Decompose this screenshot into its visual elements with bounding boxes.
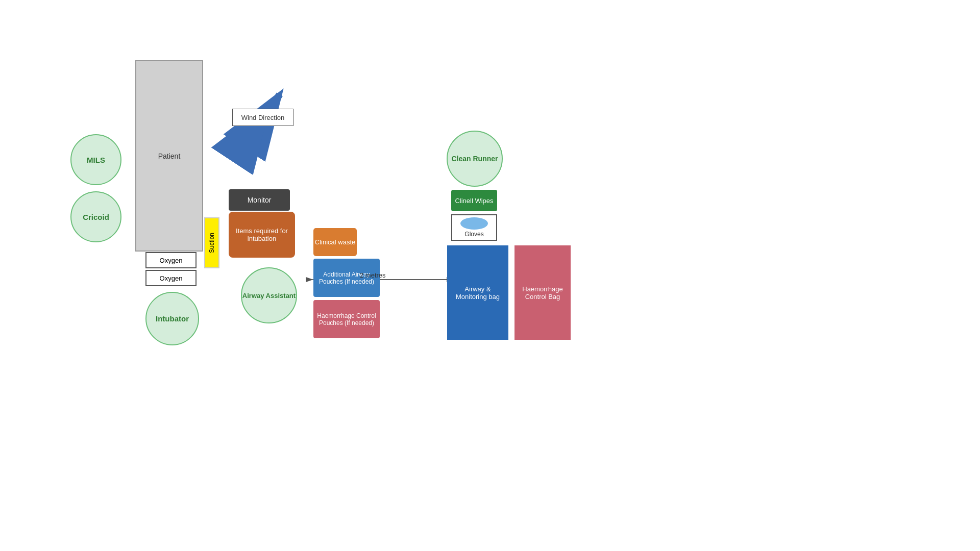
gloves-rect: Gloves: [451, 214, 497, 241]
clinical-waste-rect: Clinical waste: [313, 228, 357, 256]
wind-direction-box: Wind Direction: [232, 109, 293, 126]
clinell-wipes-rect: Clinell Wipes: [451, 190, 497, 211]
cricoid-circle: Cricoid: [70, 191, 121, 242]
haemorrhage-bag-rect: Haemorrhage Control Bag: [514, 245, 571, 340]
oxygen1-rect: Oxygen: [145, 252, 197, 268]
patient-rect: Patient: [135, 60, 203, 252]
monitor-rect: Monitor: [229, 189, 290, 211]
mils-circle: MILS: [70, 134, 121, 185]
airway-assistant-circle: Airway Assistant: [241, 267, 297, 323]
clean-runner-circle: Clean Runner: [447, 131, 503, 187]
diagram-container: MILS Cricoid Intubator Patient Oxygen Ox…: [0, 0, 980, 551]
oxygen2-rect: Oxygen: [145, 270, 197, 286]
items-intubation-rect: Items required for intubation: [229, 212, 295, 258]
two-metres-label: 2 metres: [360, 271, 386, 279]
intubator-circle: Intubator: [145, 292, 199, 345]
haemorrhage-pouches-rect: Haemorrhage Control Pouches (If needed): [313, 300, 380, 338]
airway-monitoring-rect: Airway & Monitoring bag: [447, 245, 508, 340]
gloves-oval: [460, 217, 488, 230]
suction-rect: Suction: [204, 217, 219, 268]
